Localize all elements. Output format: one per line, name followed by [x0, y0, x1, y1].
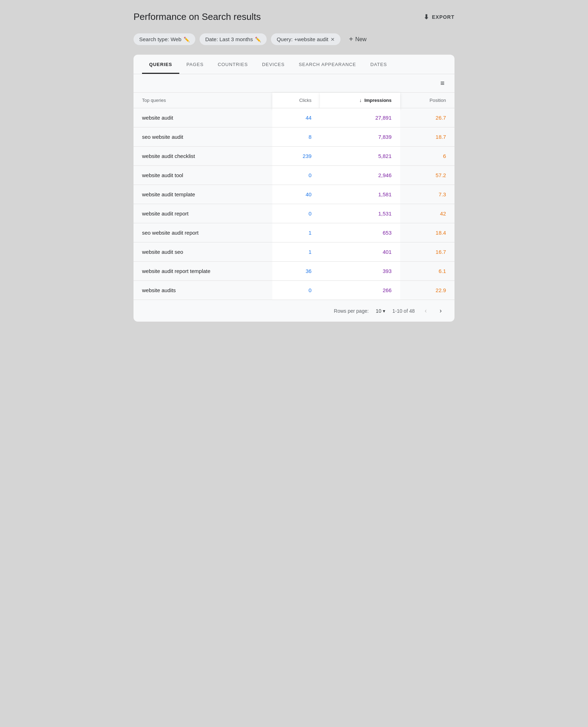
filter-icon-button[interactable]: ≡ — [440, 79, 445, 87]
table-row: seo website audit87,83918.7 — [134, 127, 454, 147]
query-cell: website audit — [134, 108, 272, 127]
col-header-impressions[interactable]: ↓ Impressions — [320, 93, 400, 108]
clicks-cell: 8 — [272, 127, 320, 147]
tab-queries[interactable]: QUERIES — [142, 55, 179, 74]
close-icon[interactable]: ✕ — [331, 37, 335, 42]
table-header-row: Top queries Clicks ↓ Impressions Positio… — [134, 93, 454, 108]
col-header-position: Position — [400, 93, 454, 108]
prev-page-button[interactable]: ‹ — [422, 306, 430, 316]
edit-icon: ✏️ — [184, 37, 190, 42]
clicks-cell: 239 — [272, 147, 320, 166]
header-row: Performance on Search results ⬇ EXPORT — [134, 11, 454, 22]
edit-icon-date: ✏️ — [255, 37, 261, 42]
tab-dates[interactable]: DATES — [363, 55, 394, 74]
filter-date-label: Date: Last 3 months — [205, 36, 253, 42]
tab-devices[interactable]: DEVICES — [255, 55, 292, 74]
clicks-cell: 44 — [272, 108, 320, 127]
impressions-cell: 401 — [320, 242, 400, 262]
table-row: website audit checklist2395,8216 — [134, 147, 454, 166]
plus-icon: + — [349, 35, 353, 43]
filter-date[interactable]: Date: Last 3 months ✏️ — [200, 33, 267, 45]
filter-search-type[interactable]: Search type: Web ✏️ — [134, 33, 195, 45]
impressions-cell: 5,821 — [320, 147, 400, 166]
query-cell: website audit checklist — [134, 147, 272, 166]
tab-search-appearance[interactable]: SEARCH APPEARANCE — [292, 55, 363, 74]
col-header-clicks: Clicks — [272, 93, 320, 108]
table-row: seo website audit report165318.4 — [134, 223, 454, 242]
clicks-cell: 0 — [272, 166, 320, 185]
table-row: website audits026622.9 — [134, 281, 454, 300]
impressions-cell: 653 — [320, 223, 400, 242]
impressions-cell: 393 — [320, 262, 400, 281]
clicks-cell: 1 — [272, 223, 320, 242]
table-container: Top queries Clicks ↓ Impressions Positio… — [134, 93, 454, 300]
pagination-row: Rows per page: 10 ▾ 1-10 of 48 ‹ › — [134, 300, 454, 322]
query-cell: website audit report template — [134, 262, 272, 281]
new-button-label: New — [355, 36, 366, 43]
table-body: website audit4427,89126.7seo website aud… — [134, 108, 454, 300]
page-container: Performance on Search results ⬇ EXPORT S… — [124, 0, 464, 336]
clicks-cell: 0 — [272, 281, 320, 300]
impressions-cell: 1,531 — [320, 204, 400, 223]
table-row: website audit report template363936.1 — [134, 262, 454, 281]
impressions-cell: 7,839 — [320, 127, 400, 147]
page-range-label: 1-10 of 48 — [392, 308, 415, 314]
query-cell: website audits — [134, 281, 272, 300]
filter-lines-icon: ≡ — [440, 79, 445, 87]
clicks-cell: 0 — [272, 204, 320, 223]
rows-per-page-value: 10 — [376, 308, 381, 314]
filter-query[interactable]: Query: +website audit ✕ — [271, 33, 341, 45]
chevron-down-icon: ▾ — [383, 308, 385, 314]
query-cell: website audit seo — [134, 242, 272, 262]
tabs-row: QUERIES PAGES COUNTRIES DEVICES SEARCH A… — [134, 55, 454, 74]
position-cell: 18.4 — [400, 223, 454, 242]
col-header-query: Top queries — [134, 93, 272, 108]
tab-countries[interactable]: COUNTRIES — [211, 55, 255, 74]
table-row: website audit seo140116.7 — [134, 242, 454, 262]
clicks-cell: 1 — [272, 242, 320, 262]
position-cell: 26.7 — [400, 108, 454, 127]
col-header-query-label: Top queries — [142, 98, 166, 103]
table-row: website audit template401,5817.3 — [134, 185, 454, 204]
position-cell: 22.9 — [400, 281, 454, 300]
query-cell: website audit tool — [134, 166, 272, 185]
filters-row: Search type: Web ✏️ Date: Last 3 months … — [134, 32, 454, 46]
export-label: EXPORT — [432, 14, 454, 20]
query-cell: seo website audit — [134, 127, 272, 147]
position-cell: 16.7 — [400, 242, 454, 262]
impressions-cell: 27,891 — [320, 108, 400, 127]
rows-per-page-label: Rows per page: — [334, 308, 369, 314]
filter-query-label: Query: +website audit — [277, 36, 328, 42]
position-cell: 7.3 — [400, 185, 454, 204]
impressions-cell: 266 — [320, 281, 400, 300]
export-icon: ⬇ — [424, 13, 429, 21]
col-header-clicks-label: Clicks — [299, 98, 312, 103]
data-table: Top queries Clicks ↓ Impressions Positio… — [134, 93, 454, 300]
table-row: website audit4427,89126.7 — [134, 108, 454, 127]
new-button[interactable]: + New — [345, 32, 371, 46]
table-row: website audit tool02,94657.2 — [134, 166, 454, 185]
col-header-position-label: Position — [430, 98, 446, 103]
query-cell: website audit template — [134, 185, 272, 204]
impressions-cell: 1,581 — [320, 185, 400, 204]
tab-pages[interactable]: PAGES — [179, 55, 211, 74]
clicks-cell: 36 — [272, 262, 320, 281]
position-cell: 57.2 — [400, 166, 454, 185]
page-title: Performance on Search results — [134, 11, 261, 22]
rows-per-page-select[interactable]: 10 ▾ — [376, 308, 385, 314]
sort-arrow-icon: ↓ — [359, 98, 362, 103]
query-cell: website audit report — [134, 204, 272, 223]
next-page-button[interactable]: › — [437, 306, 445, 316]
query-cell: seo website audit report — [134, 223, 272, 242]
impressions-cell: 2,946 — [320, 166, 400, 185]
filter-icon-row: ≡ — [134, 74, 454, 93]
position-cell: 6.1 — [400, 262, 454, 281]
col-header-impressions-label: Impressions — [364, 98, 392, 103]
export-button[interactable]: ⬇ EXPORT — [424, 13, 454, 21]
table-row: website audit report01,53142 — [134, 204, 454, 223]
position-cell: 18.7 — [400, 127, 454, 147]
position-cell: 42 — [400, 204, 454, 223]
filter-search-type-label: Search type: Web — [139, 36, 181, 42]
clicks-cell: 40 — [272, 185, 320, 204]
main-card: QUERIES PAGES COUNTRIES DEVICES SEARCH A… — [134, 55, 454, 322]
